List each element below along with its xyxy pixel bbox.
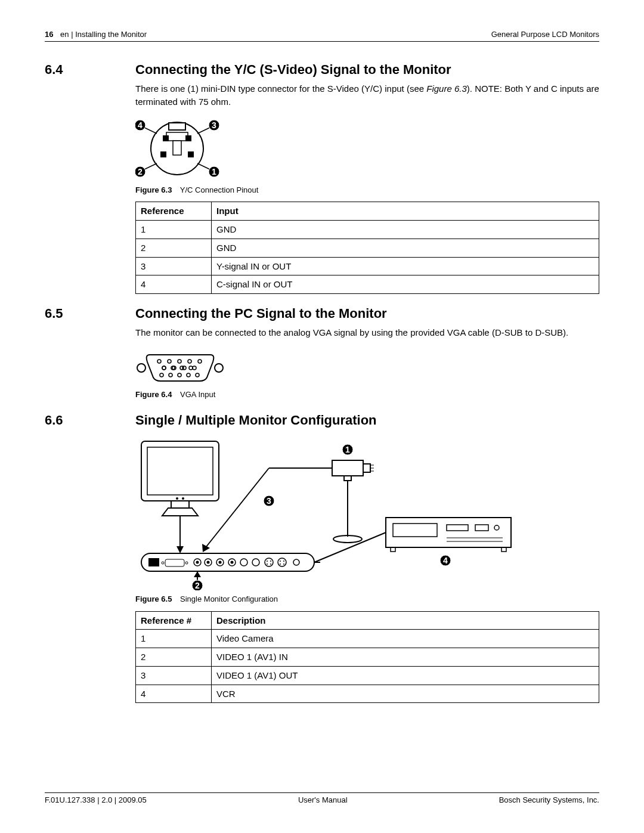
svg-point-20 — [137, 364, 145, 372]
section-title: Connecting the PC Signal to the Monitor — [135, 306, 387, 321]
section-number: 6.6 — [45, 413, 135, 428]
table-row: 1GND — [136, 221, 599, 239]
figure-caption: Figure 6.4 VGA Input — [135, 389, 599, 401]
section-title: Connecting the Y/C (S-Video) Signal to t… — [135, 62, 451, 78]
table-header: Input — [212, 202, 599, 221]
figure-caption: Figure 6.5 Single Monitor Configuration — [135, 594, 599, 605]
svg-marker-49 — [177, 546, 184, 553]
table-row: 3Y-signal IN or OUT — [136, 257, 599, 275]
page-footer: F.01U.127.338 | 2.0 | 2009.05 User's Man… — [45, 792, 599, 804]
svg-rect-97 — [447, 525, 468, 531]
page-header: 16 en | Installing the Monitor General P… — [45, 30, 599, 42]
svg-point-90 — [293, 559, 299, 565]
svg-point-41 — [187, 373, 190, 377]
table-row: 4C-signal IN or OUT — [136, 275, 599, 294]
page-number: 16 — [45, 30, 53, 39]
svg-rect-1 — [169, 123, 185, 130]
svg-marker-62 — [202, 544, 210, 552]
svg-point-38 — [160, 373, 163, 377]
table-header: Reference # — [136, 611, 212, 630]
svg-text:2: 2 — [138, 167, 143, 176]
vcr-icon — [386, 518, 511, 552]
svg-point-30 — [193, 366, 196, 370]
svg-point-89 — [283, 563, 284, 565]
svg-rect-66 — [148, 558, 159, 566]
callout-3-icon: 3 — [264, 496, 274, 506]
svg-point-80 — [265, 558, 273, 566]
svg-point-75 — [219, 561, 222, 563]
table-row: 2VIDEO 1 (AV1) IN — [136, 648, 599, 667]
svg-line-61 — [206, 468, 269, 547]
camera-icon — [332, 460, 374, 543]
config-table: Reference # Description 1Video Camera 2V… — [135, 611, 599, 704]
svg-point-99 — [494, 525, 499, 530]
callout-2-icon: 2 — [192, 580, 203, 590]
svg-rect-55 — [344, 476, 351, 481]
svg-rect-3 — [173, 141, 181, 155]
svg-rect-65 — [141, 553, 314, 571]
svg-text:3: 3 — [267, 496, 271, 506]
header-left: 16 en | Installing the Monitor — [45, 30, 147, 39]
svg-text:1: 1 — [345, 445, 350, 454]
svg-point-84 — [270, 563, 271, 565]
table-row: 3VIDEO 1 (AV1) OUT — [136, 666, 599, 685]
figure-caption: Figure 6.3 Y/C Connection Pinout — [135, 185, 599, 196]
svg-text:3: 3 — [212, 120, 216, 130]
svg-rect-98 — [475, 525, 488, 531]
svg-point-46 — [182, 497, 184, 500]
section-6-6: 6.6 Single / Multiple Monitor Configurat… — [45, 413, 599, 428]
callout-1-icon: 1 — [209, 166, 219, 177]
body-text: The monitor can be connected to the anal… — [135, 326, 599, 339]
svg-rect-4 — [163, 135, 169, 141]
callout-4-icon: 4 — [440, 555, 451, 566]
svg-rect-103 — [501, 547, 506, 552]
breadcrumb: en | Installing the Monitor — [60, 30, 147, 39]
svg-point-21 — [215, 364, 223, 372]
svg-point-23 — [168, 360, 171, 363]
footer-left: F.01U.127.338 | 2.0 | 2009.05 — [45, 795, 147, 804]
svg-rect-67 — [165, 559, 184, 566]
pinout-table: Reference Input 1GND 2GND 3Y-signal IN o… — [135, 202, 599, 294]
svg-rect-50 — [332, 460, 363, 476]
svg-point-36 — [189, 366, 193, 370]
section-6-4: 6.4 Connecting the Y/C (S-Video) Signal … — [45, 62, 599, 78]
svg-line-104 — [314, 532, 386, 562]
section-title: Single / Multiple Monitor Configuration — [135, 413, 377, 428]
svg-point-39 — [169, 373, 172, 377]
table-row: 2GND — [136, 239, 599, 257]
svg-point-85 — [278, 558, 286, 566]
svg-rect-96 — [393, 524, 437, 537]
svg-point-40 — [178, 373, 181, 377]
callout-2-icon: 2 — [135, 166, 145, 177]
svg-point-68 — [162, 562, 164, 564]
svg-point-79 — [252, 559, 259, 566]
svg-point-86 — [280, 561, 281, 562]
svg-marker-92 — [194, 571, 201, 577]
table-row: 1Video Camera — [136, 630, 599, 648]
svg-point-42 — [196, 373, 199, 377]
svg-text:4: 4 — [443, 556, 448, 565]
section-number: 6.5 — [45, 306, 135, 321]
svg-rect-43 — [141, 441, 219, 501]
svg-point-81 — [267, 561, 268, 562]
svg-point-24 — [178, 360, 181, 363]
svg-point-77 — [231, 561, 234, 563]
svg-rect-102 — [391, 547, 395, 552]
svg-text:4: 4 — [138, 120, 143, 130]
svg-rect-7 — [188, 151, 194, 157]
svg-point-33 — [162, 366, 166, 370]
svg-rect-51 — [363, 464, 370, 472]
svg-rect-6 — [160, 151, 166, 157]
svg-point-71 — [196, 561, 199, 563]
svg-point-73 — [207, 561, 210, 563]
svg-point-22 — [157, 360, 161, 363]
body-text: There is one (1) mini-DIN type connector… — [135, 82, 599, 109]
section-number: 6.4 — [45, 62, 135, 78]
svg-point-83 — [267, 563, 268, 565]
table-header: Description — [212, 611, 599, 630]
doc-title: General Purpose LCD Monitors — [491, 30, 599, 39]
callout-3-icon: 3 — [209, 120, 219, 131]
svg-point-82 — [270, 561, 271, 562]
svg-rect-5 — [185, 135, 191, 141]
footer-right: Bosch Security Systems, Inc. — [499, 795, 599, 804]
